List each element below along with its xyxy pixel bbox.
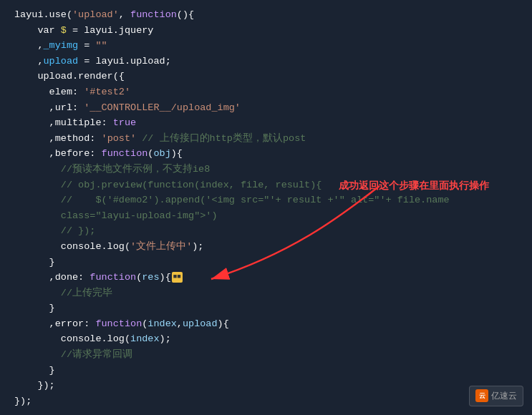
code-line-8: ,multiple: true: [14, 115, 518, 131]
watermark-text: 亿速云: [491, 389, 517, 403]
code-line-4: ,upload = layui.upload;: [14, 54, 518, 69]
code-line-11: //预读本地文件示例，不支持ie8: [14, 162, 518, 177]
code-editor: layui.use('upload', function(){ var $ = …: [0, 0, 532, 415]
code-line-14: class="layui-upload-img">'): [14, 208, 518, 224]
code-line-1: layui.use('upload', function(){: [14, 7, 518, 23]
watermark: 云 亿速云: [469, 386, 523, 406]
code-line-2: var $ = layui.jquery: [14, 23, 518, 39]
code-line-22: console.log(index);: [14, 331, 518, 347]
code-line-10: ,before: function(obj){: [14, 146, 518, 162]
code-line-26: });: [14, 394, 518, 409]
code-line-9: ,method: 'post' // 上传接口的http类型，默认post: [14, 131, 518, 147]
code-line-17: }: [14, 255, 518, 270]
code-line-16: console.log('文件上传中');: [14, 239, 518, 255]
watermark-logo: 云: [475, 389, 488, 402]
code-line-6: elem: '#test2': [14, 84, 518, 100]
code-line-21: ,error: function(index,upload){: [14, 316, 518, 332]
code-line-25: });: [14, 378, 518, 394]
code-line-18: ,done: function(res){■■: [14, 270, 518, 285]
annotation-text: 成功返回这个步骤在里面执行操作: [339, 177, 489, 193]
code-line-24: }: [14, 363, 518, 379]
code-line-7: ,url: '__CONTROLLER__/upload_img': [14, 100, 518, 116]
code-line-19: //上传完毕: [14, 285, 518, 301]
code-line-5: upload.render({: [14, 69, 518, 84]
code-line-23: //请求异常回调: [14, 347, 518, 363]
code-line-13: // $('#demo2').append('<img src="'+ resu…: [14, 192, 518, 208]
code-line-15: // });: [14, 223, 518, 239]
inline-code-icon: ■■: [172, 272, 183, 282]
code-line-20: }: [14, 301, 518, 316]
code-line-3: ,_myimg = "": [14, 38, 518, 54]
